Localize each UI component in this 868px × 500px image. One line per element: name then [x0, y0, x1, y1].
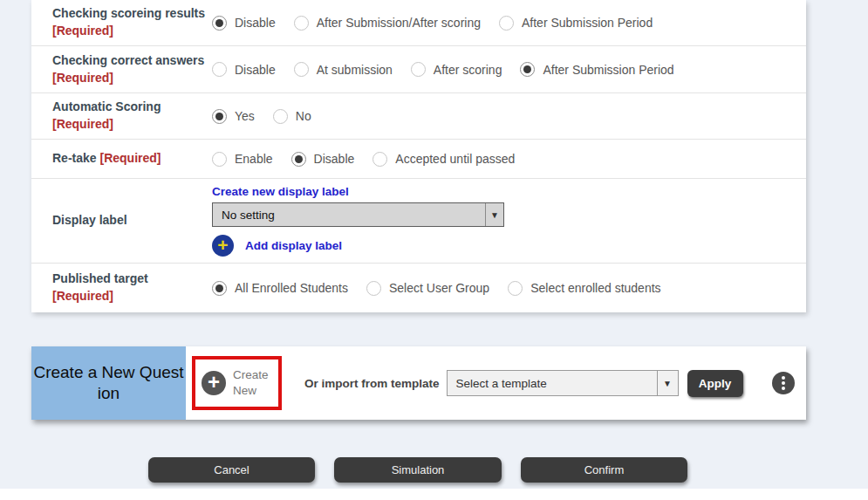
add-display-label-button[interactable]: + Add display label — [212, 235, 342, 257]
radio-icon[interactable] — [366, 281, 381, 296]
radio-icon[interactable] — [273, 109, 288, 124]
radio-label: Disable — [235, 63, 276, 77]
radio-icon[interactable] — [294, 62, 309, 77]
radio-icon[interactable] — [508, 281, 523, 296]
radio-option-disable[interactable]: Disable — [212, 16, 276, 31]
radio-icon[interactable] — [212, 152, 227, 167]
radio-group-checking-correct-answers: Disable At submission After scoring Afte… — [207, 62, 674, 77]
radio-label: Disable — [314, 152, 355, 166]
plus-icon[interactable]: + — [212, 235, 234, 257]
radio-icon[interactable] — [212, 16, 227, 31]
apply-button[interactable]: Apply — [687, 370, 743, 397]
plus-icon: + — [202, 371, 226, 395]
radio-group-automatic-scoring: Yes No — [207, 109, 311, 124]
required-badge: [Required] — [52, 117, 113, 131]
radio-group-checking-scoring-results: Disable After Submission/After scoring A… — [207, 16, 653, 31]
radio-icon[interactable] — [212, 109, 227, 124]
row-checking-scoring-results: Checking scoreing results [Required] Dis… — [31, 0, 806, 45]
radio-icon[interactable] — [294, 16, 309, 31]
radio-label: Select enrolled students — [530, 281, 660, 295]
row-label: Automatic Scoring [Required] — [31, 99, 207, 133]
section-body: + Create New Or import from template Sel… — [186, 346, 806, 420]
chevron-down-icon[interactable]: ▼ — [485, 203, 503, 226]
radio-icon[interactable] — [212, 281, 227, 296]
radio-label: All Enrolled Students — [235, 281, 348, 295]
required-badge: [Required] — [52, 71, 113, 85]
radio-label: Enable — [235, 152, 273, 166]
create-new-button-label: Create New — [233, 367, 273, 398]
cancel-button[interactable]: Cancel — [148, 457, 315, 483]
row-retake: Re-take [Required] Enable Disable Accept… — [31, 139, 806, 178]
display-label-select-value: No setting — [213, 209, 485, 222]
radio-option-disable[interactable]: Disable — [212, 62, 276, 77]
confirm-button[interactable]: Confirm — [521, 457, 687, 483]
radio-option-enable[interactable]: Enable — [212, 152, 273, 167]
radio-option-yes[interactable]: Yes — [212, 109, 255, 124]
radio-icon[interactable] — [212, 62, 227, 77]
radio-label: At submission — [317, 63, 393, 77]
row-label-text: Checking scoreing results — [52, 6, 205, 20]
radio-icon[interactable] — [411, 62, 426, 77]
or-import-from-template-label: Or import from template — [304, 377, 440, 390]
row-label: Checking correct answers [Required] — [31, 52, 207, 86]
row-label-text: Published target — [52, 271, 148, 285]
radio-label: After Submission/After scoring — [317, 16, 481, 30]
simulation-button[interactable]: Simulation — [334, 457, 502, 483]
radio-label: Yes — [235, 109, 255, 123]
radio-option-after-submission-after-scoring[interactable]: After Submission/After scoring — [294, 16, 481, 31]
row-published-target: Published target [Required] All Enrolled… — [31, 263, 806, 312]
radio-option-disable[interactable]: Disable — [291, 152, 355, 167]
radio-option-after-submission-period[interactable]: After Submission Period — [520, 62, 673, 77]
radio-option-no[interactable]: No — [273, 109, 311, 124]
template-select[interactable]: Select a template ▼ — [447, 370, 679, 396]
template-select-value: Select a template — [448, 377, 657, 390]
row-label: Display label — [31, 212, 207, 229]
radio-option-at-submission[interactable]: At submission — [294, 62, 393, 77]
row-label: Published target [Required] — [31, 271, 207, 305]
radio-label: No — [296, 109, 311, 123]
row-label: Checking scoreing results [Required] — [31, 5, 207, 39]
radio-icon[interactable] — [372, 152, 387, 167]
radio-label: After Submission Period — [543, 63, 673, 77]
radio-group-retake: Enable Disable Accepted until passed — [207, 152, 515, 167]
radio-option-after-submission-period[interactable]: After Submission Period — [499, 16, 653, 31]
kebab-menu-icon[interactable] — [772, 372, 795, 394]
radio-label: After scoring — [434, 63, 502, 77]
add-display-label-link[interactable]: Add display label — [245, 239, 342, 252]
radio-option-all-enrolled-students[interactable]: All Enrolled Students — [212, 281, 348, 296]
row-label-text: Checking correct answers — [52, 53, 204, 67]
row-label-text: Display label — [52, 213, 127, 227]
radio-icon[interactable] — [520, 62, 535, 77]
create-new-button[interactable]: + Create New — [192, 356, 282, 410]
create-new-display-label-link[interactable]: Create new display label — [212, 185, 349, 198]
row-automatic-scoring: Automatic Scoring [Required] Yes No — [31, 92, 806, 139]
row-label-text: Automatic Scoring — [52, 99, 161, 113]
bottom-white-strip — [0, 489, 868, 500]
quiz-settings-form: Checking scoreing results [Required] Dis… — [31, 0, 806, 312]
radio-option-after-scoring[interactable]: After scoring — [411, 62, 502, 77]
radio-label: Accepted until passed — [395, 152, 515, 166]
section-title: Create a New Question — [31, 346, 186, 420]
create-question-section: Create a New Question + Create New Or im… — [31, 346, 806, 420]
radio-icon[interactable] — [291, 152, 306, 167]
radio-label: Select User Group — [389, 281, 489, 295]
row-checking-correct-answers: Checking correct answers [Required] Disa… — [31, 45, 806, 92]
required-badge: [Required] — [52, 24, 113, 38]
required-badge: [Required] — [99, 151, 161, 165]
radio-label: Disable — [235, 16, 276, 30]
row-display-label: Display label Create new display label N… — [31, 178, 806, 263]
radio-icon[interactable] — [499, 16, 514, 31]
display-label-select[interactable]: No setting ▼ — [212, 202, 504, 227]
row-label: Re-take [Required] — [31, 150, 207, 168]
required-badge: [Required] — [52, 289, 113, 303]
display-label-controls: Create new display label No setting ▼ + … — [207, 185, 504, 257]
radio-option-select-user-group[interactable]: Select User Group — [366, 281, 489, 296]
chevron-down-icon[interactable]: ▼ — [657, 371, 678, 395]
radio-group-published-target: All Enrolled Students Select User Group … — [207, 281, 661, 296]
radio-option-accepted-until-passed[interactable]: Accepted until passed — [372, 152, 515, 167]
row-label-text: Re-take — [52, 151, 97, 165]
radio-option-select-enrolled-students[interactable]: Select enrolled students — [508, 281, 660, 296]
radio-label: After Submission Period — [522, 16, 653, 30]
